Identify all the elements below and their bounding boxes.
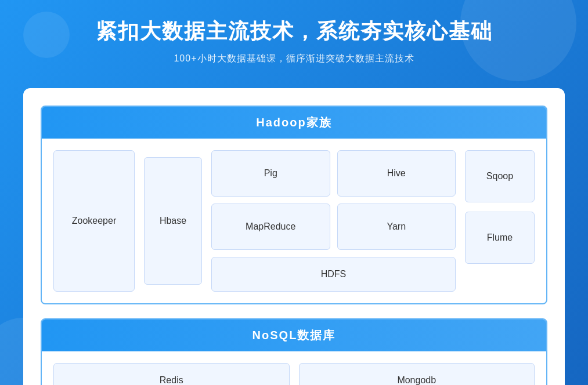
hadoop-section-header: Hadoop家族 xyxy=(42,107,546,139)
hbase-box[interactable]: Hbase xyxy=(144,157,202,285)
nosql-section-body: Redis Mongodb xyxy=(42,351,546,385)
flume-box[interactable]: Flume xyxy=(465,212,535,264)
hive-box[interactable]: Hive xyxy=(337,150,456,197)
content-area: Hadoop家族 Zookeeper Hbase Pig Hive MapRed… xyxy=(23,88,565,385)
hdfs-row: HDFS xyxy=(211,257,456,292)
yarn-box[interactable]: Yarn xyxy=(337,204,456,250)
pig-hive-row: Pig Hive xyxy=(211,150,456,197)
hadoop-section-body: Zookeeper Hbase Pig Hive MapReduce Yarn … xyxy=(42,139,546,303)
pig-box[interactable]: Pig xyxy=(211,150,330,197)
hdfs-box[interactable]: HDFS xyxy=(211,257,456,292)
mongodb-box[interactable]: Mongodb xyxy=(299,363,535,385)
redis-box[interactable]: Redis xyxy=(53,363,290,385)
middle-grid: Pig Hive MapReduce Yarn HDFS xyxy=(211,150,456,292)
mapreduce-yarn-row: MapReduce Yarn xyxy=(211,204,456,250)
nosql-section: NoSQL数据库 Redis Mongodb xyxy=(41,318,547,385)
sqoop-box[interactable]: Sqoop xyxy=(465,150,535,202)
nosql-section-header: NoSQL数据库 xyxy=(42,319,546,351)
zookeeper-box[interactable]: Zookeeper xyxy=(53,150,135,292)
mapreduce-box[interactable]: MapReduce xyxy=(211,204,330,250)
hbase-col: Hbase xyxy=(144,150,202,292)
right-col: Sqoop Flume xyxy=(465,150,535,292)
hadoop-section: Hadoop家族 Zookeeper Hbase Pig Hive MapRed… xyxy=(41,106,547,304)
